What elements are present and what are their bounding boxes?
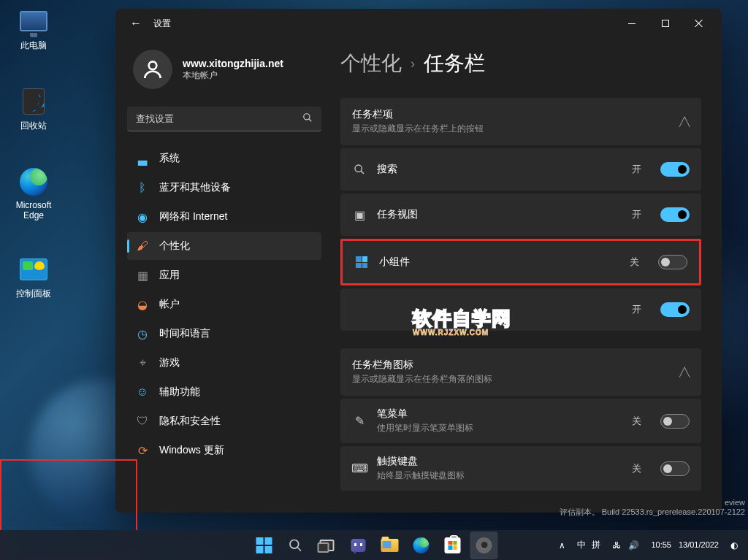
section-subtitle: 显示或隐藏显示在任务栏上的按钮 <box>352 123 679 135</box>
nav-network[interactable]: ◉网络和 Internet <box>127 203 321 231</box>
window-title: 设置 <box>153 18 171 30</box>
folder-icon <box>381 539 399 552</box>
nav-accounts[interactable]: ◒帐户 <box>127 291 321 318</box>
nav: ▃系统 ᛒ蓝牙和其他设备 ◉网络和 Internet 🖌个性化 ▦应用 ◒帐户 … <box>127 145 321 464</box>
nav-personalization[interactable]: 🖌个性化 <box>127 232 321 260</box>
start-button[interactable] <box>251 532 278 559</box>
taskbar-edge[interactable] <box>408 532 435 559</box>
accounts-icon: ◒ <box>136 298 149 311</box>
svg-line-4 <box>361 171 364 174</box>
apps-icon: ▦ <box>136 269 149 282</box>
toggle-search[interactable] <box>660 162 690 177</box>
pen-icon: ✎ <box>352 414 367 429</box>
tray-ime[interactable]: 中 拼 <box>573 532 605 559</box>
taskbar-store[interactable] <box>439 532 467 559</box>
nav-privacy[interactable]: 🛡隐私和安全性 <box>127 407 321 435</box>
taskbar-taskview[interactable] <box>313 532 341 559</box>
search-input[interactable] <box>136 113 302 124</box>
nav-bluetooth[interactable]: ᛒ蓝牙和其他设备 <box>127 174 321 202</box>
chevron-up-icon: ╱╲ <box>679 367 690 377</box>
content-pane: 个性化 › 任务栏 任务栏项 显示或隐藏显示在任务栏上的按钮 ╱╲ 搜索 开 ▣… <box>327 38 722 513</box>
section-title: 任务栏角图标 <box>352 358 679 372</box>
search-icon <box>289 538 303 553</box>
taskbar-settings[interactable] <box>470 532 498 559</box>
tray-network-volume[interactable]: 🖧 🔊 <box>606 532 645 559</box>
bluetooth-icon: ᛒ <box>136 181 149 194</box>
ime-mode: 拼 <box>592 539 600 551</box>
svg-point-5 <box>290 540 299 548</box>
taskbar-search[interactable] <box>282 532 310 559</box>
search-box[interactable] <box>127 107 321 131</box>
tray-overflow[interactable]: ∧ <box>553 532 571 559</box>
system-tray: ∧ 中 拼 🖧 🔊 10:55 13/01/2022 ◐ <box>553 532 748 559</box>
windows-logo-icon <box>256 537 272 553</box>
ime-lang: 中 <box>577 539 586 551</box>
desktop-icon-edge[interactable]: Microsoft Edge <box>7 166 60 220</box>
section-title: 任务栏项 <box>352 108 679 121</box>
toggle-state: 开 <box>632 303 641 316</box>
brush-icon: 🖌 <box>136 239 149 253</box>
toggle-state: 关 <box>632 462 641 475</box>
toggle-state: 关 <box>630 256 639 269</box>
maximize-button[interactable] <box>649 10 682 37</box>
breadcrumb-parent[interactable]: 个性化 <box>340 50 402 77</box>
toggle-touch-keyboard[interactable] <box>660 461 690 476</box>
taskview-icon: ▣ <box>352 207 367 222</box>
toggle-chat[interactable] <box>660 302 690 317</box>
nav-gaming[interactable]: ⌖游戏 <box>127 349 321 377</box>
taskbar[interactable]: ∧ 中 拼 🖧 🔊 10:55 13/01/2022 ◐ <box>0 530 748 560</box>
profile-block[interactable]: www.xitongzhijia.net 本地帐户 <box>127 41 321 107</box>
tray-notifications[interactable]: ◐ <box>725 532 744 559</box>
clock-time: 10:55 <box>651 540 671 550</box>
section-subtitle: 显示或隐藏显示在任务栏角落的图标 <box>352 373 679 386</box>
nav-time-language[interactable]: ◷时间和语言 <box>127 320 321 348</box>
chevron-right-icon: › <box>411 56 415 72</box>
taskbar-chat[interactable] <box>345 532 373 559</box>
tray-clock[interactable]: 10:55 13/01/2022 <box>646 532 723 559</box>
desktop-icon-recycle-bin[interactable]: 回收站 <box>7 86 60 132</box>
highlight-annotation: 小组件 关 <box>340 239 701 285</box>
minimize-button[interactable] <box>615 10 649 37</box>
window-controls <box>615 10 716 37</box>
section-corner-icons[interactable]: 任务栏角图标 显示或隐藏显示在任务栏角落的图标 ╱╲ <box>340 348 701 396</box>
svg-line-6 <box>297 547 301 551</box>
nav-apps[interactable]: ▦应用 <box>127 261 321 289</box>
network-icon: 🖧 <box>612 540 621 551</box>
clock-date: 13/01/2022 <box>679 540 719 550</box>
monitor-icon <box>18 6 49 37</box>
clock-icon: ◷ <box>136 327 149 340</box>
svg-point-0 <box>149 61 157 69</box>
nav-windows-update[interactable]: ⟳Windows 更新 <box>127 437 321 464</box>
toggle-pen[interactable] <box>660 414 690 429</box>
window-titlebar[interactable]: ← 设置 <box>115 9 722 38</box>
desktop-icon-control-panel[interactable]: 控制面板 <box>7 254 60 300</box>
nav-accessibility[interactable]: ☺辅助功能 <box>127 378 321 406</box>
profile-name: www.xitongzhijia.net <box>183 58 283 69</box>
close-button[interactable] <box>682 10 716 37</box>
profile-account-type: 本地帐户 <box>183 69 283 82</box>
row-pen-menu: ✎ 笔菜单 使用笔时显示笔菜单图标 关 <box>340 399 701 443</box>
section-taskbar-items[interactable]: 任务栏项 显示或隐藏显示在任务栏上的按钮 ╱╲ <box>340 98 701 145</box>
row-taskview: ▣ 任务视图 开 <box>340 193 701 236</box>
taskbar-center <box>251 532 498 559</box>
toggle-taskview[interactable] <box>660 207 690 222</box>
row-chat: 开 <box>340 288 701 331</box>
taskbar-explorer[interactable] <box>376 532 404 559</box>
toggle-state: 开 <box>632 208 641 221</box>
back-button[interactable]: ← <box>121 9 150 38</box>
build-info: eview 评估副本。 Build 22533.rs_prerelease.22… <box>560 498 745 518</box>
edge-icon <box>18 166 49 197</box>
toggle-widgets[interactable] <box>658 255 687 269</box>
chevron-up-icon: ∧ <box>559 540 565 551</box>
gear-icon <box>476 537 492 553</box>
nav-system[interactable]: ▃系统 <box>127 145 321 172</box>
desktop-icon-this-pc[interactable]: 此电脑 <box>7 6 60 52</box>
svg-point-1 <box>304 114 310 120</box>
svg-point-3 <box>355 165 362 172</box>
keyboard-icon: ⌨ <box>352 461 367 476</box>
chat-icon <box>351 539 366 552</box>
store-icon <box>445 537 461 553</box>
bell-icon: ◐ <box>730 540 738 551</box>
control-panel-icon <box>18 254 49 285</box>
avatar-icon <box>133 50 172 89</box>
